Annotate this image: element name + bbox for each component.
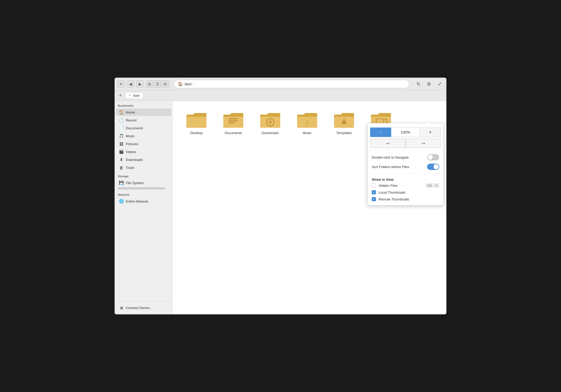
folder-label-templates: Templates	[336, 131, 352, 135]
filesystem-icon: 💾	[119, 180, 124, 185]
icon-view-button[interactable]: ⊞	[146, 80, 153, 88]
folder-label-desktop: Desktop	[190, 131, 203, 135]
sort-folders-row: Sort Folders before Files	[367, 162, 443, 172]
popup-nav-controls: ↩ ↪	[370, 139, 441, 148]
pictures-icon: 🖼	[119, 141, 124, 146]
popup-arrow	[426, 121, 430, 123]
sidebar-item-music[interactable]: 🎵 Music	[116, 132, 171, 140]
file-manager-window: ✕ ◀ ▶ ⊞ ☰ ⊟ 🏠 dani › ↻ ⚙ ⤢ + ✕ dani Book…	[114, 77, 447, 315]
sidebar-item-documents[interactable]: 📄 Documents	[116, 124, 171, 132]
svg-rect-2	[229, 118, 238, 119]
connect-server-button[interactable]: 🖥 Connect Server...	[116, 304, 171, 311]
folder-label-downloads: Downloads	[262, 131, 279, 135]
sidebar-item-label: Videos	[126, 150, 136, 154]
zoom-display: 100%	[391, 128, 420, 137]
downloads-icon: ⬇	[119, 157, 124, 162]
show-in-view-label: Show in View	[367, 176, 443, 182]
folder-label-documents: Documents	[225, 131, 242, 135]
network-icon: 🌐	[119, 199, 124, 204]
folder-templates[interactable]: Templates	[328, 109, 360, 137]
sidebar-item-home[interactable]: 🏠 Home	[116, 109, 171, 116]
remote-thumbnails-label: Remote Thumbnails	[379, 197, 439, 201]
main-layout: Bookmarks 🏠 Home 🕐 Recent 📄 Documents 🎵 …	[115, 101, 446, 314]
folder-music[interactable]: ♪ Music	[291, 109, 323, 137]
folder-icon-documents	[223, 111, 244, 129]
toggle-knob	[433, 164, 439, 169]
toggle-knob	[428, 155, 433, 160]
zoom-plus-button[interactable]: +	[420, 128, 441, 137]
zoom-controls: − 100% +	[370, 128, 441, 137]
sidebar-item-filesystem[interactable]: 💾 File System	[116, 179, 171, 187]
sidebar-bottom: 🖥 Connect Server...	[115, 301, 172, 312]
expand-button[interactable]: ⤢	[435, 80, 444, 88]
folder-icon-downloads	[260, 111, 281, 129]
server-icon: 🖥	[119, 305, 124, 310]
breadcrumb: dani	[185, 82, 191, 86]
storage-scrollbar[interactable]	[118, 187, 165, 189]
sidebar-item-label: Pictures	[126, 142, 138, 146]
folder-documents[interactable]: Documents	[217, 109, 249, 137]
sidebar-item-label: Trash	[126, 166, 134, 170]
popup-divider-2	[367, 174, 443, 174]
local-thumbnails-row: ✓ Local Thumbnails	[367, 189, 443, 196]
remote-thumbnails-row: ✓ Remote Thumbnails	[367, 196, 443, 203]
back-button[interactable]: ◀	[127, 80, 134, 88]
double-click-row: Double-click to Navigate	[367, 153, 443, 162]
folder-icon-desktop	[186, 111, 207, 129]
sidebar-item-label: File System	[126, 181, 144, 185]
folder-desktop[interactable]: Desktop	[181, 109, 212, 137]
refresh-button[interactable]: ↻	[414, 80, 423, 88]
svg-rect-4	[229, 122, 235, 124]
sidebar-item-label: Home	[126, 110, 135, 114]
folder-label-music: Music	[303, 131, 312, 135]
svg-rect-3	[229, 120, 238, 121]
hidden-files-row: Hidden Files Ctrl H	[367, 182, 443, 189]
sidebar-item-videos[interactable]: 🎬 Videos	[116, 148, 171, 155]
bookmarks-label: Bookmarks	[115, 101, 172, 108]
hidden-files-checkbox[interactable]	[372, 183, 376, 188]
sort-folders-toggle[interactable]	[427, 164, 439, 170]
column-view-button[interactable]: ⊟	[162, 80, 169, 88]
popup-forward-button[interactable]: ↪	[405, 139, 441, 148]
tab-close-button[interactable]: ✕	[129, 94, 131, 97]
folder-icon-music: ♪	[297, 111, 318, 129]
folder-downloads[interactable]: Downloads	[254, 109, 286, 137]
view-buttons: ⊞ ☰ ⊟	[146, 80, 169, 88]
hidden-files-label: Hidden Files	[379, 184, 423, 188]
sidebar-item-trash[interactable]: 🗑 Trash	[116, 164, 171, 171]
forward-button[interactable]: ▶	[136, 80, 144, 88]
recent-icon: 🕐	[119, 118, 124, 122]
sidebar-item-pictures[interactable]: 🖼 Pictures	[116, 140, 171, 148]
local-thumbnails-checkbox[interactable]: ✓	[372, 190, 376, 194]
trash-icon: 🗑	[119, 165, 124, 170]
documents-icon: 📄	[119, 126, 124, 130]
connect-server-label: Connect Server...	[126, 306, 152, 310]
address-bar[interactable]: 🏠 dani ›	[174, 80, 409, 88]
h-key: H	[434, 183, 439, 188]
new-tab-button[interactable]: +	[117, 92, 124, 99]
gear-button[interactable]: ⚙	[425, 80, 433, 88]
sidebar-item-label: Recent	[126, 118, 137, 122]
tab-label: dani	[133, 94, 140, 97]
content-area: Desktop Documents	[173, 101, 446, 314]
zoom-minus-button[interactable]: −	[370, 128, 391, 137]
tabbar: + ✕ dani	[115, 90, 446, 101]
svg-text:♪: ♪	[306, 118, 309, 126]
list-view-button[interactable]: ☰	[154, 80, 161, 88]
storage-label: Storage	[115, 172, 172, 179]
close-button[interactable]: ✕	[117, 80, 125, 88]
sidebar-item-label: Downloads	[126, 158, 143, 162]
double-click-label: Double-click to Navigate	[372, 155, 409, 159]
popup-back-button[interactable]: ↩	[370, 139, 405, 148]
ctrl-key: Ctrl	[426, 183, 433, 188]
remote-thumbnails-checkbox[interactable]: ✓	[372, 197, 376, 201]
double-click-toggle[interactable]	[427, 154, 439, 160]
sidebar-item-entire-network[interactable]: 🌐 Entire Network	[116, 198, 171, 205]
popup-panel: − 100% + ↩ ↪ Double-click to Navigate	[367, 123, 444, 205]
network-label: Network	[115, 190, 172, 197]
tab-dani[interactable]: ✕ dani	[125, 92, 143, 99]
titlebar: ✕ ◀ ▶ ⊞ ☰ ⊟ 🏠 dani › ↻ ⚙ ⤢	[115, 78, 446, 90]
home-icon: 🏠	[178, 81, 183, 86]
sidebar-item-recent[interactable]: 🕐 Recent	[116, 116, 171, 124]
sidebar-item-downloads[interactable]: ⬇ Downloads	[116, 156, 171, 163]
